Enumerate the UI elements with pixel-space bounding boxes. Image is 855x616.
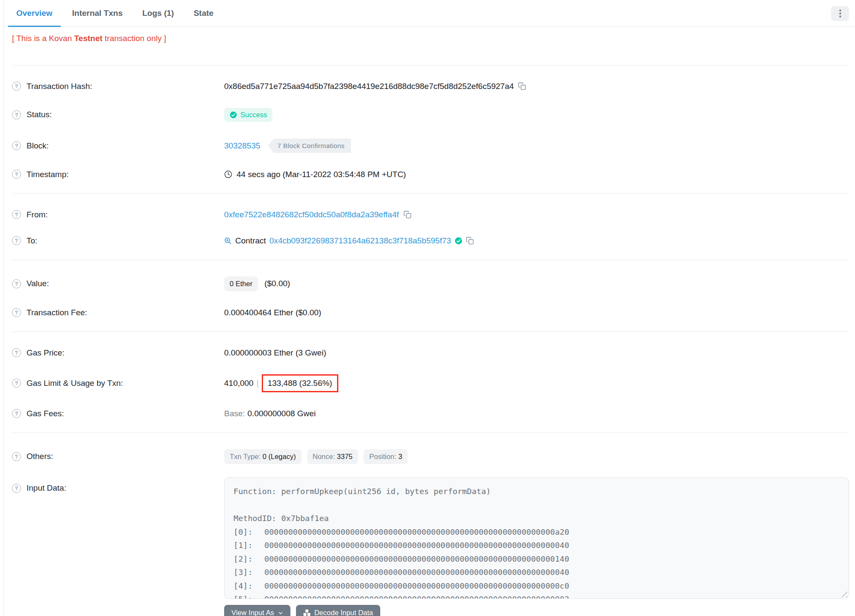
resize-handle[interactable] — [841, 591, 847, 597]
from-label: From: — [12, 210, 224, 219]
row-from: From: 0xfee7522e8482682cf50ddc50a0f8da2a… — [12, 201, 849, 228]
gas-fees-base-label: Base: — [224, 409, 245, 418]
value-label: Value: — [12, 279, 224, 288]
tabs-bar: Overview Internal Txns Logs (1) State — [4, 0, 855, 27]
input-word: [0]:000000000000000000000000000000000000… — [234, 525, 840, 539]
block-confirmations-badge: 7 Block Confirmations — [268, 139, 351, 153]
block-number-link[interactable]: 30328535 — [224, 141, 260, 151]
row-timestamp: Timestamp: 44 secs ago (Mar-11-2022 03:5… — [12, 161, 849, 187]
chevron-down-icon — [278, 610, 283, 616]
to-kind: Contract — [235, 236, 266, 246]
label-text: Transaction Fee: — [27, 308, 87, 317]
label-text: Block: — [27, 141, 49, 151]
to-address-link[interactable]: 0x4cb093f226983713164a62138c3f718a5b595f… — [269, 236, 451, 246]
badge-key: Txn Type: — [230, 453, 260, 460]
others-label: Others: — [12, 452, 224, 461]
from-address-link[interactable]: 0xfee7522e8482682cf50ddc50a0f8da2a39effa… — [224, 210, 399, 219]
decode-input-data-button[interactable]: Decode Input Data — [296, 605, 381, 616]
copy-hash-button[interactable] — [518, 82, 526, 90]
view-input-as-button[interactable]: View Input As — [224, 605, 290, 616]
ether-value-badge: 0 Ether — [224, 276, 258, 291]
success-check-icon — [230, 111, 237, 118]
row-block: Block: 30328535 7 Block Confirmations — [12, 130, 849, 161]
row-transaction-fee: Transaction Fee: 0.000400464 Ether ($0.0… — [12, 299, 849, 326]
magnifier-plus-icon[interactable] — [224, 237, 232, 245]
divider — [12, 193, 849, 194]
notice-prefix: [ This is a Kovan — [12, 34, 74, 43]
label-text: Transaction Hash: — [27, 82, 92, 91]
testnet-notice: [ This is a Kovan Testnet transaction on… — [4, 27, 855, 59]
badge-value: 3 — [398, 453, 402, 460]
input-data-textarea[interactable]: Function: performUpkeep(uint256 id, byte… — [224, 477, 849, 599]
row-to: To: Contract 0x4cb093f226983713164a62138… — [12, 228, 849, 254]
copy-icon — [403, 210, 411, 219]
gas-limit-label: Gas Limit & Usage by Txn: — [12, 379, 224, 388]
input-word: [5]:000000000000000000000000000000000000… — [234, 592, 840, 599]
pipe-separator: | — [257, 379, 259, 388]
badge-value: 3375 — [337, 453, 353, 460]
help-icon[interactable] — [12, 110, 21, 119]
copy-from-button[interactable] — [403, 210, 411, 219]
tab-state[interactable]: State — [186, 0, 222, 27]
label-text: Status: — [27, 110, 52, 119]
more-options-button[interactable] — [831, 6, 849, 21]
help-icon[interactable] — [12, 484, 21, 493]
help-icon[interactable] — [12, 141, 21, 150]
nonce-badge: Nonce: 3375 — [307, 449, 358, 464]
copy-icon — [518, 82, 526, 90]
input-word: [1]:000000000000000000000000000000000000… — [234, 539, 840, 552]
word-index: [0]: — [234, 525, 264, 539]
help-icon[interactable] — [12, 348, 21, 357]
decode-cubes-icon — [303, 609, 311, 616]
row-gas-fees: Gas Fees: Base: 0.000000008 Gwei — [12, 400, 849, 426]
label-text: Input Data: — [27, 483, 66, 493]
divider — [12, 65, 849, 65]
tab-overview[interactable]: Overview — [8, 0, 61, 27]
button-label: Decode Input Data — [314, 609, 373, 616]
divider — [12, 432, 849, 433]
kebab-icon — [839, 9, 841, 18]
input-word: [4]:000000000000000000000000000000000000… — [234, 579, 840, 593]
tab-logs[interactable]: Logs (1) — [134, 0, 182, 27]
help-icon[interactable] — [12, 379, 21, 388]
input-data-label: Input Data: — [12, 483, 224, 493]
help-icon[interactable] — [12, 279, 21, 288]
timestamp-value: 44 secs ago (Mar-11-2022 03:54:48 PM +UT… — [237, 170, 406, 179]
row-gas-price: Gas Price: 0.000000003 Ether (3 Gwei) — [12, 340, 849, 366]
row-others: Others: Txn Type: 0 (Legacy) Nonce: 3375… — [12, 441, 849, 472]
word-index: [3]: — [234, 566, 264, 579]
tab-internal-txns[interactable]: Internal Txns — [64, 0, 131, 27]
status-text: Success — [240, 111, 267, 119]
label-text: Others: — [27, 452, 53, 461]
copy-icon — [466, 237, 474, 245]
transaction-page: Overview Internal Txns Logs (1) State [ … — [0, 0, 855, 616]
word-index: [1]: — [234, 539, 264, 552]
transaction-card: Overview Internal Txns Logs (1) State [ … — [3, 0, 855, 616]
badge-key: Nonce: — [313, 453, 335, 460]
help-icon[interactable] — [12, 308, 21, 317]
word-hex: 0000000000000000000000000000000000000000… — [264, 554, 569, 563]
transaction-fee-label: Transaction Fee: — [12, 308, 224, 317]
help-icon[interactable] — [12, 236, 21, 245]
button-label: View Input As — [231, 609, 274, 616]
help-icon[interactable] — [12, 82, 21, 91]
help-icon[interactable] — [12, 210, 21, 219]
transaction-hash-value: 0x86ed5a771e725aa94d5b7fa2398e4419e216d8… — [224, 82, 514, 91]
to-label: To: — [12, 236, 224, 246]
label-text: Gas Price: — [27, 348, 65, 358]
word-hex: 0000000000000000000000000000000000000000… — [264, 595, 569, 599]
divider — [12, 260, 849, 260]
word-index: [2]: — [234, 552, 264, 566]
status-badge: Success — [224, 108, 272, 122]
copy-to-button[interactable] — [466, 237, 474, 245]
gas-price-value: 0.000000003 Ether (3 Gwei) — [224, 348, 326, 358]
help-icon[interactable] — [12, 452, 21, 461]
function-signature: Function: performUpkeep(uint256 id, byte… — [234, 485, 840, 498]
verified-check-icon — [455, 237, 462, 245]
word-index: [5]: — [234, 592, 264, 599]
help-icon[interactable] — [12, 170, 21, 179]
help-icon[interactable] — [12, 409, 21, 418]
method-id: MethodID: 0x7bbaf1ea — [234, 512, 840, 525]
label-text: From: — [27, 210, 48, 219]
label-text: Gas Limit & Usage by Txn: — [27, 379, 123, 388]
